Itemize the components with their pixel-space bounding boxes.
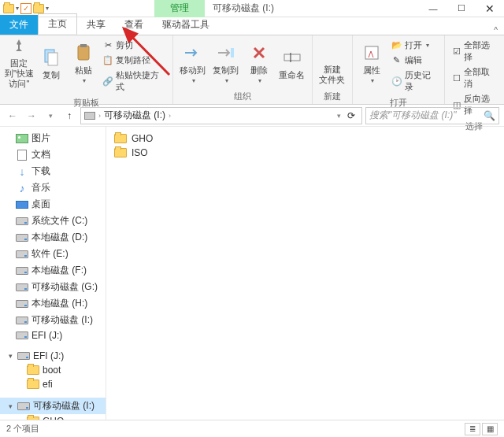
desk-icon (16, 199, 28, 210)
tree-item[interactable]: 文档 (0, 146, 106, 163)
tree-item[interactable]: 系统文件 (C:) (0, 213, 106, 229)
navigation-pane[interactable]: 图片文档↓下载♪音乐桌面系统文件 (C:)本地磁盘 (D:)软件 (E:)本地磁… (0, 127, 106, 420)
new-folder-button[interactable]: 新建 文件夹 (316, 37, 349, 89)
caret-down-icon[interactable]: ▾ (6, 352, 14, 360)
maximize-button[interactable]: ☐ (447, 0, 476, 17)
up-button[interactable]: ↑ (61, 108, 77, 124)
breadcrumb-sep-icon[interactable]: › (169, 112, 171, 120)
tree-item[interactable]: 本地磁盘 (F:) (0, 262, 106, 279)
close-button[interactable]: ✕ (476, 0, 504, 17)
tree-item[interactable]: GHO (0, 414, 106, 420)
rename-button[interactable]: 重命名 (276, 37, 309, 89)
folder-icon (27, 379, 39, 390)
breadcrumb-sep-icon[interactable]: › (98, 112, 101, 120)
drive-icon (16, 249, 28, 260)
pin-quick-access-button[interactable]: 固定到"快速访问" (3, 37, 35, 89)
ribbon-collapse-icon[interactable]: ^ (487, 26, 504, 35)
properties-button[interactable]: 属性▾ (356, 37, 388, 89)
recent-locations-button[interactable]: ▾ (43, 108, 58, 124)
folder-icon (27, 365, 39, 376)
tree-item[interactable]: 本地磁盘 (H:) (0, 295, 106, 312)
edit-button[interactable]: ✎编辑 (390, 54, 439, 67)
paste-dropdown-icon[interactable]: ▾ (81, 77, 86, 84)
address-bar[interactable]: › 可移动磁盘 (I:) › ▾ ⟳ (80, 107, 362, 124)
drive-icon (16, 282, 28, 293)
new-folder-icon (321, 41, 343, 63)
move-to-button[interactable]: 移动到▾ (176, 37, 209, 89)
copy-path-label: 复制路径 (116, 54, 150, 66)
open-button[interactable]: 📂打开▾ (390, 39, 439, 52)
svg-rect-1 (48, 53, 57, 65)
tree-item[interactable]: ↓下载 (0, 163, 106, 180)
copy-path-icon: 📋 (102, 55, 113, 66)
paste-shortcut-button[interactable]: 🔗粘贴快捷方式 (101, 69, 168, 94)
history-button[interactable]: 🕑历史记录 (390, 69, 439, 94)
minimize-button[interactable]: — (419, 0, 447, 17)
file-item[interactable]: ISO (111, 146, 499, 160)
folder-icon[interactable] (3, 4, 14, 13)
tree-item[interactable]: ♪音乐 (0, 180, 106, 196)
tree-item[interactable]: 可移动磁盘 (I:) (0, 312, 106, 328)
tab-file[interactable]: 文件 (0, 15, 38, 35)
properties-qat-icon[interactable]: ✓ (20, 3, 32, 14)
breadcrumb-segment[interactable]: 可移动磁盘 (I:) (104, 109, 165, 122)
tree-item[interactable]: 图片 (0, 130, 106, 146)
edit-label: 编辑 (405, 54, 422, 66)
tree-label: 可移动磁盘 (I:) (33, 399, 94, 413)
tab-share[interactable]: 共享 (77, 15, 115, 35)
cut-button[interactable]: ✂剪切 (101, 39, 168, 52)
tree-item[interactable]: ▾EFI (J:) (0, 349, 106, 363)
address-dropdown-icon[interactable]: ▾ (337, 112, 341, 120)
tree-item[interactable]: efi (0, 377, 106, 391)
icons-view-button[interactable]: ▦ (482, 423, 498, 435)
tree-item[interactable]: 可移动磁盘 (G:) (0, 279, 106, 295)
open-qat-icon[interactable] (33, 4, 44, 13)
tree-label: 桌面 (32, 198, 50, 211)
tab-view[interactable]: 查看 (115, 15, 153, 35)
doc-icon (16, 150, 28, 161)
drive-icon (17, 350, 30, 361)
select-all-button[interactable]: ☑全部选择 (450, 39, 499, 64)
copy-label: 复制 (43, 70, 60, 80)
select-none-label: 全部取消 (464, 66, 498, 90)
search-input[interactable]: 搜索"可移动磁盘 (I:)" 🔍 (365, 107, 499, 124)
pin-icon (8, 37, 30, 57)
copy-button[interactable]: 复制 (35, 37, 68, 89)
tree-item[interactable]: 桌面 (0, 196, 106, 213)
delete-button[interactable]: 删除▾ (243, 37, 276, 89)
chevron-down-icon[interactable]: ▾ (16, 5, 19, 12)
tab-drive-tools[interactable]: 驱动器工具 (153, 15, 219, 35)
open-label: 打开 (405, 39, 422, 51)
file-list[interactable]: GHOISO (106, 127, 504, 420)
tab-home[interactable]: 主页 (38, 13, 77, 35)
tree-item-selected[interactable]: ▾可移动磁盘 (I:) (0, 398, 106, 414)
copy-to-button[interactable]: 复制到▾ (209, 37, 243, 89)
details-view-button[interactable]: ≣ (465, 423, 480, 435)
tree-item[interactable]: 本地磁盘 (D:) (0, 229, 106, 246)
forward-button[interactable]: → (24, 108, 39, 124)
refresh-button[interactable]: ⟳ (344, 110, 358, 121)
back-button[interactable]: ← (5, 108, 20, 124)
search-icon: 🔍 (484, 110, 495, 121)
select-none-button[interactable]: ☐全部取消 (450, 65, 499, 91)
tree-item[interactable]: 软件 (E:) (0, 246, 106, 262)
folder-icon (114, 134, 127, 143)
qat-overflow-icon[interactable]: ▾ (46, 5, 49, 12)
tree-item[interactable]: EFI (J:) (0, 328, 106, 343)
tree-label: 软件 (E:) (32, 247, 69, 261)
tree-item[interactable]: boot (0, 363, 106, 377)
paste-button[interactable]: 粘贴 ▾ (68, 37, 100, 89)
copy-path-button[interactable]: 📋复制路径 (101, 54, 168, 67)
ribbon-group-organize: 移动到▾ 复制到▾ 删除▾ 重命名 组织 (173, 35, 313, 104)
file-item[interactable]: GHO (111, 131, 499, 146)
nav-bar: ← → ▾ ↑ › 可移动磁盘 (I:) › ▾ ⟳ 搜索"可移动磁盘 (I:)… (0, 105, 504, 127)
history-label: 历史记录 (405, 69, 438, 93)
file-name: GHO (132, 133, 153, 144)
tree-label: 可移动磁盘 (G:) (32, 280, 98, 294)
caret-down-icon[interactable]: ▾ (6, 402, 14, 410)
tree-label: 系统文件 (C:) (32, 214, 87, 228)
tree-label: 本地磁盘 (H:) (32, 297, 87, 310)
pic-icon (16, 133, 28, 144)
svg-rect-4 (231, 48, 234, 57)
ribbon-group-open: 属性▾ 📂打开▾ ✎编辑 🕑历史记录 打开 (353, 35, 445, 104)
